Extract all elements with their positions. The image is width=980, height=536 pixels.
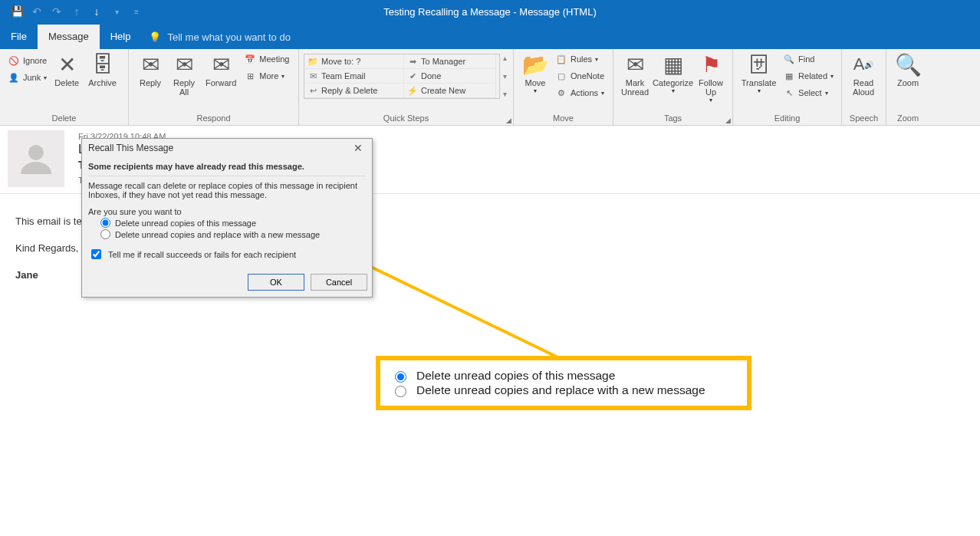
junk-icon: 👤 [8, 71, 20, 84]
close-icon[interactable]: ✕ [350, 142, 366, 154]
qs-done[interactable]: ✔Done [404, 69, 496, 84]
group-label: Quick Steps [304, 113, 508, 125]
archive-button[interactable]: 🗄Archive [84, 51, 121, 89]
checkbox-tell-me[interactable]: Tell me if recall succeeds or fails for … [88, 247, 366, 261]
delete-button[interactable]: ✕Delete [50, 51, 84, 89]
qs-reply-delete[interactable]: ↩Reply & Delete [304, 84, 404, 98]
qs-expand-icon[interactable]: ▾ [503, 90, 507, 98]
radio-replace-copies[interactable]: Delete unread copies and replace with a … [100, 229, 366, 239]
group-label: Zoom [891, 113, 925, 125]
checkbox-input[interactable] [91, 249, 101, 259]
dialog-prompt: Are you sure you want to [88, 207, 366, 216]
more-icon: ⊞ [244, 70, 256, 82]
tell-me-label: Tell me what you want to do [167, 31, 290, 43]
mark-unread-button[interactable]: ✉Mark Unread [618, 51, 652, 98]
ignore-button[interactable]: 🚫Ignore [5, 54, 50, 67]
radio-input[interactable] [100, 218, 110, 228]
follow-up-button[interactable]: ⚑Follow Up▾ [694, 51, 728, 105]
forward-icon: ✉ [209, 52, 233, 77]
qs-down-icon[interactable]: ▾ [503, 72, 507, 81]
svg-point-0 [28, 145, 44, 160]
more-button[interactable]: ⊞More▾ [241, 69, 292, 83]
select-icon: ↖ [783, 87, 795, 99]
related-button[interactable]: ▦Related▾ [780, 69, 837, 83]
find-button[interactable]: 🔍Find [780, 52, 837, 66]
lightbulb-icon: 💡 [149, 31, 161, 43]
ok-button[interactable]: OK [248, 274, 304, 291]
quick-steps-panel: 📁Move to: ? ➡To Manager ✉Team Email ✔Don… [304, 54, 500, 99]
undo-icon[interactable]: ↶ [31, 5, 43, 18]
translate-button[interactable]: 🈂Translate▾ [738, 51, 780, 96]
radio-input[interactable] [100, 229, 110, 239]
qs-create-new[interactable]: ⚡Create New [404, 84, 496, 98]
junk-button[interactable]: 👤Junk▾ [5, 71, 50, 84]
chevron-down-icon: ▾ [281, 73, 284, 80]
launcher-icon[interactable]: ◢ [506, 117, 511, 124]
quick-access-toolbar: 💾 ↶ ↷ ↑ ↓ ▾ ≡ [0, 5, 143, 18]
meeting-button[interactable]: 📅Meeting [241, 52, 292, 66]
radio-delete-copies[interactable]: Delete unread copies of this message [100, 218, 366, 228]
group-delete: 🚫Ignore 👤Junk▾ ✕Delete 🗄Archive Delete [0, 49, 129, 125]
translate-icon: 🈂 [747, 52, 771, 77]
find-icon: 🔍 [783, 53, 795, 65]
chevron-down-icon: ▾ [830, 73, 834, 80]
read-aloud-icon: A🔊 [851, 52, 876, 77]
ignore-icon: 🚫 [8, 54, 20, 67]
chevron-down-icon: ▾ [709, 97, 712, 104]
chevron-down-icon: ▾ [825, 90, 828, 97]
zoom-button[interactable]: 🔍Zoom [891, 51, 925, 89]
radio-input[interactable] [395, 371, 406, 383]
qs-up-icon[interactable]: ▴ [503, 54, 507, 62]
select-button[interactable]: ↖Select▾ [780, 86, 837, 100]
recall-dialog: Recall This Message ✕ Some recipients ma… [81, 138, 373, 298]
titlebar: 💾 ↶ ↷ ↑ ↓ ▾ ≡ Testing Recalling a Messag… [0, 0, 980, 23]
onenote-icon: ▢ [555, 70, 567, 82]
rules-button[interactable]: 📋Rules▾ [552, 52, 607, 66]
group-move: 📂Move▾ 📋Rules▾ ▢OneNote ⚙Actions▾ Move [514, 49, 613, 125]
check-icon: ✔ [407, 71, 418, 81]
qs-team-email[interactable]: ✉Team Email [304, 69, 404, 84]
qat-dropdown-icon[interactable]: ▾ [110, 5, 123, 18]
qs-to-manager[interactable]: ➡To Manager [404, 54, 496, 69]
previous-icon[interactable]: ↑ [71, 5, 83, 18]
rules-icon: 📋 [555, 53, 567, 65]
radio-input[interactable] [395, 386, 406, 397]
zoom-icon: 🔍 [896, 52, 920, 77]
chevron-down-icon: ▾ [672, 87, 675, 94]
chevron-down-icon: ▾ [595, 56, 598, 63]
move-button[interactable]: 📂Move▾ [518, 51, 552, 96]
categorize-button[interactable]: ▦Categorize▾ [652, 51, 694, 96]
related-icon: ▦ [783, 70, 795, 82]
person-icon [18, 140, 54, 177]
meeting-icon: 📅 [244, 53, 256, 65]
ribbon: 🚫Ignore 👤Junk▾ ✕Delete 🗄Archive Delete ✉… [0, 49, 980, 126]
tab-help[interactable]: Help [100, 25, 142, 49]
reply-all-icon: ✉ [172, 52, 196, 77]
read-aloud-button[interactable]: A🔊Read Aloud [847, 51, 880, 98]
actions-icon: ⚙ [555, 87, 567, 99]
forward-button[interactable]: ✉Forward [201, 51, 241, 89]
cancel-button[interactable]: Cancel [311, 274, 367, 291]
onenote-button[interactable]: ▢OneNote [552, 69, 607, 83]
tab-file[interactable]: File [0, 25, 38, 49]
reply-icon: ✉ [138, 52, 163, 77]
actions-button[interactable]: ⚙Actions▾ [552, 86, 607, 100]
avatar [8, 130, 64, 187]
group-label: Speech [847, 113, 881, 125]
tell-me[interactable]: 💡 Tell me what you want to do [141, 25, 298, 49]
callout-radio-1[interactable]: Delete unread copies of this message [391, 369, 736, 383]
qs-move-to[interactable]: 📁Move to: ? [304, 54, 404, 69]
reply-button[interactable]: ✉Reply [133, 51, 167, 89]
reply-all-button[interactable]: ✉Reply All [167, 51, 201, 98]
save-icon[interactable]: 💾 [11, 5, 23, 18]
mark-unread-icon: ✉ [623, 52, 647, 77]
folder-icon: 📁 [307, 56, 318, 67]
group-tags: ✉Mark Unread ▦Categorize▾ ⚑Follow Up▾ Ta… [613, 49, 733, 125]
tab-message[interactable]: Message [38, 25, 100, 49]
launcher-icon[interactable]: ◢ [725, 117, 731, 124]
qat-customize-icon[interactable]: ≡ [130, 5, 143, 18]
redo-icon[interactable]: ↷ [51, 5, 63, 18]
next-icon[interactable]: ↓ [90, 5, 103, 18]
flag-icon: ⚑ [699, 52, 723, 77]
callout-radio-2[interactable]: Delete unread copies and replace with a … [391, 383, 736, 397]
